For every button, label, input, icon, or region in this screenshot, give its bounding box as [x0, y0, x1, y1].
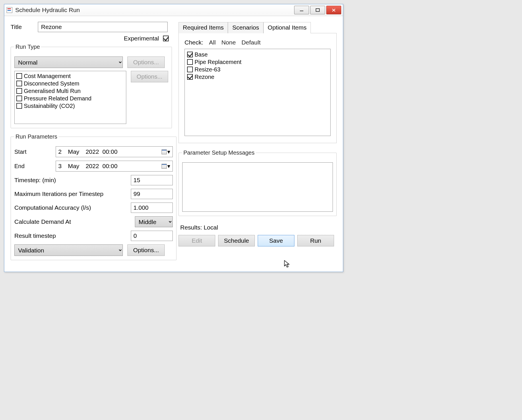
check-all-link[interactable]: All — [209, 39, 216, 46]
title-input[interactable] — [38, 22, 168, 32]
calendar-icon — [162, 149, 167, 154]
close-button[interactable] — [326, 6, 341, 14]
optional-panel: Check: All None Default BasePipe Replace… — [178, 33, 337, 143]
tab-optional-items[interactable]: Optional Items — [263, 22, 311, 33]
tab-required-items[interactable]: Required Items — [178, 22, 228, 33]
run-type-options-button-2[interactable]: Options... — [131, 71, 168, 82]
end-year: 2022 — [86, 163, 99, 169]
run-type-item[interactable]: Sustainability (CO2) — [16, 102, 124, 110]
run-type-item-label: Pressure Related Demand — [24, 95, 92, 102]
optional-item[interactable]: Base — [187, 51, 328, 58]
run-type-item-label: Sustainability (CO2) — [24, 102, 75, 110]
tab-bar: Required Items Scenarios Optional Items — [178, 22, 337, 33]
accuracy-label: Computational Accuracy (l/s) — [14, 204, 131, 211]
run-type-item-label: Generalised Multi Run — [24, 87, 81, 95]
run-type-select[interactable]: Normal — [14, 57, 123, 68]
optional-item-checkbox[interactable] — [187, 59, 193, 65]
end-datetime-picker[interactable]: 3 May 2022 00:00 ▾ — [56, 161, 173, 172]
demand-select[interactable]: Middle — [135, 216, 173, 227]
end-label: End — [14, 163, 56, 170]
optional-item-label: Resize-63 — [195, 66, 220, 73]
run-parameters-legend: Run Parameters — [14, 133, 59, 140]
validation-select[interactable]: Validation — [14, 244, 123, 256]
optional-item-label: Rezone — [195, 73, 214, 81]
titlebar[interactable]: Schedule Hydraulic Run — [4, 4, 343, 16]
run-type-item-checkbox[interactable] — [16, 81, 22, 86]
end-day: 3 — [58, 163, 62, 170]
start-label: Start — [14, 149, 56, 155]
optional-item-checkbox[interactable] — [187, 52, 193, 57]
optional-item[interactable]: Resize-63 — [187, 66, 328, 73]
run-type-item[interactable]: Generalised Multi Run — [16, 87, 124, 95]
start-day: 2 — [58, 148, 62, 155]
result-timestep-input[interactable] — [131, 231, 173, 241]
run-type-options-button-1[interactable]: Options... — [127, 57, 165, 68]
end-month: May — [68, 163, 79, 170]
results-label: Results: Local — [180, 224, 337, 231]
chevron-down-icon: ▾ — [167, 148, 170, 155]
optional-items-list[interactable]: BasePipe ReplacementResize-63Rezone — [185, 49, 331, 136]
result-timestep-label: Result timestep — [14, 232, 131, 239]
app-icon — [7, 7, 12, 13]
check-default-link[interactable]: Default — [241, 39, 261, 46]
window-title: Schedule Hydraulic Run — [15, 7, 80, 13]
run-type-item-checkbox[interactable] — [16, 96, 22, 101]
start-datetime-picker[interactable]: 2 May 2022 00:00 ▾ — [56, 146, 173, 157]
run-type-item[interactable]: Cost Management — [16, 72, 124, 80]
maxiter-label: Maximum Iterations per Timestep — [14, 190, 131, 197]
optional-item-checkbox[interactable] — [187, 74, 193, 80]
run-type-item-checkbox[interactable] — [16, 103, 22, 109]
run-type-checklist[interactable]: Cost ManagementDisconnected SystemGenera… — [14, 71, 126, 124]
check-label: Check: — [185, 39, 203, 46]
run-parameters-group: Run Parameters Start 2 May 2022 00:00 ▾ — [11, 133, 176, 260]
start-time: 00:00 — [102, 148, 118, 155]
experimental-checkbox[interactable] — [163, 36, 169, 41]
maximize-button[interactable] — [310, 6, 325, 14]
optional-item[interactable]: Rezone — [187, 73, 328, 81]
optional-item-label: Base — [195, 51, 208, 58]
validation-options-button[interactable]: Options... — [127, 244, 165, 256]
messages-box[interactable] — [182, 162, 333, 212]
start-year: 2022 — [86, 148, 99, 155]
run-type-legend: Run Type — [14, 44, 41, 50]
messages-group: Parameter Setup Messages — [178, 149, 337, 216]
maxiter-input[interactable] — [131, 189, 173, 199]
run-button[interactable]: Run — [297, 235, 334, 246]
edit-button[interactable]: Edit — [178, 235, 215, 246]
start-month: May — [68, 148, 79, 155]
run-type-item[interactable]: Disconnected System — [16, 80, 124, 87]
messages-legend: Parameter Setup Messages — [182, 149, 256, 156]
run-type-item-checkbox[interactable] — [16, 73, 22, 79]
run-type-item-label: Disconnected System — [24, 80, 79, 87]
chevron-down-icon: ▾ — [167, 163, 170, 170]
experimental-label: Experimental — [124, 35, 159, 42]
accuracy-input[interactable] — [131, 203, 173, 213]
save-button[interactable]: Save — [258, 235, 294, 246]
run-type-item[interactable]: Pressure Related Demand — [16, 95, 124, 102]
demand-label: Calculate Demand At — [14, 218, 135, 225]
calendar-icon — [162, 164, 167, 169]
title-label: Title — [11, 24, 38, 30]
run-type-group: Run Type Normal Options... Cost Manageme… — [11, 44, 172, 128]
timestep-label: Timestep: (min) — [14, 177, 131, 184]
run-type-item-checkbox[interactable] — [16, 88, 22, 94]
check-none-link[interactable]: None — [221, 39, 236, 46]
schedule-button[interactable]: Schedule — [218, 235, 255, 246]
optional-item-checkbox[interactable] — [187, 67, 193, 72]
end-time: 00:00 — [102, 163, 118, 169]
optional-item[interactable]: Pipe Replacement — [187, 58, 328, 66]
run-type-item-label: Cost Management — [24, 72, 71, 80]
svg-rect-1 — [316, 9, 319, 11]
tab-scenarios[interactable]: Scenarios — [228, 22, 263, 33]
dialog-window: Schedule Hydraulic Run Title Experimenta… — [4, 4, 343, 272]
minimize-button[interactable] — [294, 6, 309, 14]
timestep-input[interactable] — [131, 175, 173, 185]
optional-item-label: Pipe Replacement — [195, 58, 241, 66]
